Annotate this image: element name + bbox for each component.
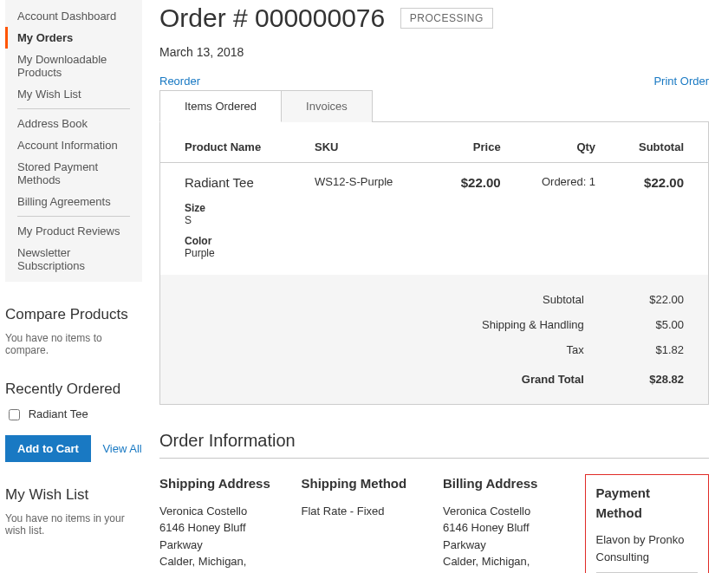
compare-title: Compare Products xyxy=(5,306,142,323)
item-price: $22.00 xyxy=(433,163,510,194)
shipping-method-value: Flat Rate - Fixed xyxy=(302,503,426,520)
wishlist-empty: You have no items in your wish list. xyxy=(5,512,142,537)
billing-address-block: Billing Address Veronica Costello 6146 H… xyxy=(443,474,585,573)
sidebar-item-address-book[interactable]: Address Book xyxy=(5,113,142,134)
shipping-address-title: Shipping Address xyxy=(159,474,284,494)
payment-method-title: Payment Method xyxy=(596,484,699,523)
col-price: Price xyxy=(433,121,510,163)
ship-line: 6146 Honey Bluff Parkway xyxy=(159,519,284,553)
status-badge: PROCESSING xyxy=(400,8,493,29)
recent-item-checkbox[interactable] xyxy=(9,409,20,420)
sidebar-item-account-information[interactable]: Account Information xyxy=(5,134,142,156)
shipping-method-title: Shipping Method xyxy=(302,474,426,494)
col-qty: Qty xyxy=(510,121,604,163)
item-options: Size S Color Purple xyxy=(160,193,708,275)
order-tabs: Items Ordered Invoices xyxy=(159,89,709,122)
grandtotal-label: Grand Total xyxy=(185,362,584,392)
wishlist-block: My Wish List You have no items in your w… xyxy=(5,486,142,537)
col-name: Product Name xyxy=(160,121,306,163)
tab-items-ordered[interactable]: Items Ordered xyxy=(159,90,282,122)
order-info-heading: Order Information xyxy=(159,431,709,459)
subtotal-label: Subtotal xyxy=(185,287,584,312)
tax-value: $1.82 xyxy=(584,337,684,362)
sidebar-item-billing-agreements[interactable]: Billing Agreements xyxy=(5,191,142,212)
sidebar-item-stored-payment-methods[interactable]: Stored Payment Methods xyxy=(5,156,142,191)
ship-line: Calder, Michigan, 49628-7978 xyxy=(159,553,284,573)
ship-line: Veronica Costello xyxy=(159,503,284,520)
account-nav: Account DashboardMy OrdersMy Downloadabl… xyxy=(5,0,142,282)
recently-ordered-block: Recently Ordered Radiant Tee Add to Cart… xyxy=(5,381,142,462)
bill-line: 6146 Honey Bluff Parkway xyxy=(443,519,568,553)
grandtotal-value: $28.82 xyxy=(584,362,684,392)
bill-line: Calder, Michigan, 49628-7978 xyxy=(443,553,568,573)
recent-item-label: Radiant Tee xyxy=(29,407,88,420)
order-totals: Subtotal $22.00 Shipping & Handling $5.0… xyxy=(160,275,708,404)
compare-block: Compare Products You have no items to co… xyxy=(5,306,142,356)
shipping-value: $5.00 xyxy=(584,312,684,337)
payment-provider: Elavon by Pronko Consulting xyxy=(596,531,699,565)
sidebar-item-newsletter-subscriptions[interactable]: Newsletter Subscriptions xyxy=(5,242,142,277)
items-panel: Product Name SKU Price Qty Subtotal Radi… xyxy=(159,121,709,405)
opt-size-value: S xyxy=(185,214,699,226)
subtotal-value: $22.00 xyxy=(584,287,684,312)
sidebar-item-my-product-reviews[interactable]: My Product Reviews xyxy=(5,220,142,242)
wishlist-title: My Wish List xyxy=(5,486,142,504)
opt-color-label: Color xyxy=(185,235,699,247)
item-sku: WS12-S-Purple xyxy=(306,163,433,194)
page-title: Order # 000000076 xyxy=(159,3,385,33)
billing-address-title: Billing Address xyxy=(443,474,568,494)
sidebar-item-my-orders[interactable]: My Orders xyxy=(5,27,142,49)
print-order-link[interactable]: Print Order xyxy=(653,75,709,88)
item-name: Radiant Tee xyxy=(160,163,306,194)
opt-size-label: Size xyxy=(185,202,699,214)
compare-empty: You have no items to compare. xyxy=(5,332,142,356)
table-row: Radiant Tee WS12-S-Purple $22.00 Ordered… xyxy=(160,163,708,194)
shipping-method-block: Shipping Method Flat Rate - Fixed xyxy=(302,474,444,573)
col-sku: SKU xyxy=(306,121,433,163)
shipping-address-block: Shipping Address Veronica Costello 6146 … xyxy=(159,474,302,573)
tab-invoices[interactable]: Invoices xyxy=(282,90,373,122)
items-table: Product Name SKU Price Qty Subtotal Radi… xyxy=(160,121,708,275)
tax-label: Tax xyxy=(185,337,584,362)
item-subtotal: $22.00 xyxy=(604,163,708,194)
sidebar-item-account-dashboard[interactable]: Account Dashboard xyxy=(5,5,142,27)
sidebar-item-my-downloadable-products[interactable]: My Downloadable Products xyxy=(5,49,142,83)
recently-ordered-title: Recently Ordered xyxy=(5,381,142,398)
col-subtotal: Subtotal xyxy=(604,121,708,163)
add-to-cart-button[interactable]: Add to Cart xyxy=(5,435,91,462)
sidebar-item-my-wish-list[interactable]: My Wish List xyxy=(5,83,142,105)
opt-color-value: Purple xyxy=(185,247,699,259)
order-date: March 13, 2018 xyxy=(159,45,709,59)
shipping-label: Shipping & Handling xyxy=(185,312,584,337)
item-qty: Ordered: 1 xyxy=(510,163,604,194)
view-all-link[interactable]: View All xyxy=(102,442,141,455)
payment-method-block: Payment Method Elavon by Pronko Consulti… xyxy=(585,474,710,573)
bill-line: Veronica Costello xyxy=(443,503,568,520)
reorder-link[interactable]: Reorder xyxy=(159,75,200,88)
